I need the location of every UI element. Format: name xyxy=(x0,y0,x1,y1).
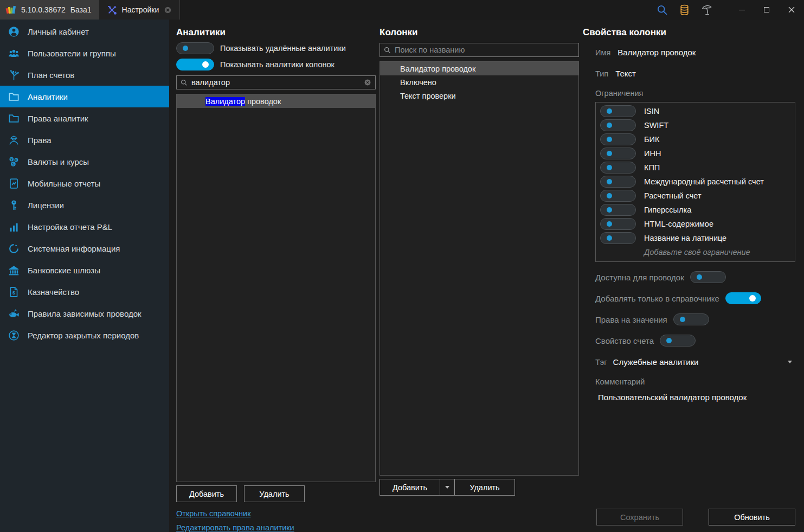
search-icon[interactable] xyxy=(657,4,668,16)
restriction-label: БИК xyxy=(644,135,659,144)
sidebar-item-label: Пользователи и группы xyxy=(28,49,116,58)
analytics-add-button[interactable]: Добавить xyxy=(176,485,237,502)
sidebar-item-pl-report[interactable]: Настройка отчета P&L xyxy=(0,216,169,238)
comment-label: Комментарий xyxy=(595,377,645,386)
sidebar-item-bank-gateways[interactable]: Банковские шлюзы xyxy=(0,259,169,281)
columns-search xyxy=(380,43,579,57)
umbrella-icon[interactable] xyxy=(701,4,713,16)
type-label: Тип xyxy=(595,69,608,78)
chevron-down-icon xyxy=(445,486,449,489)
restriction-label: Расчетный счет xyxy=(644,191,702,200)
toggle-dot xyxy=(607,123,612,128)
sidebar-item-analytics[interactable]: Аналитики xyxy=(0,86,169,107)
restriction-toggle[interactable] xyxy=(600,162,636,174)
restriction-label: КПП xyxy=(644,163,660,172)
restriction-toggle[interactable] xyxy=(600,190,636,202)
sidebar-item-closed-periods[interactable]: Редактор закрытых периодов xyxy=(0,324,169,346)
properties-panel-title: Свойства колонки xyxy=(583,27,795,38)
bank-icon xyxy=(8,265,20,276)
restriction-toggle[interactable] xyxy=(600,133,636,145)
comment-value[interactable]: Пользовательский валидатор проводок xyxy=(583,393,795,402)
sidebar-item-label: Валюты и курсы xyxy=(28,157,89,166)
close-button[interactable] xyxy=(779,0,804,20)
bar-chart-icon xyxy=(8,221,20,233)
restrictions-box: ISINSWIFTБИКИННКППМеждународный расчетны… xyxy=(595,102,795,262)
database-icon[interactable] xyxy=(679,4,690,16)
sidebar-item-personal[interactable]: Личный кабинет xyxy=(0,21,169,42)
tag-row[interactable]: Тэг Служебные аналитики xyxy=(583,357,795,367)
restriction-toggle[interactable] xyxy=(600,148,636,159)
save-button[interactable]: Сохранить xyxy=(596,509,683,525)
toggle-dot xyxy=(607,207,612,213)
add-restriction-placeholder[interactable]: Добавьте своё ограничение xyxy=(596,245,795,259)
property-switch-toggle[interactable] xyxy=(673,313,709,325)
folder-icon xyxy=(8,91,20,102)
hourglass-icon xyxy=(8,330,20,341)
property-switch-toggle[interactable] xyxy=(690,271,726,283)
titlebar: 5.10.0.38672 База1 Настройки xyxy=(0,0,804,20)
officer-icon xyxy=(8,134,20,146)
restriction-label: ИНН xyxy=(644,149,661,158)
property-switch-label: Права на значения xyxy=(595,315,667,324)
property-switch-toggle[interactable] xyxy=(660,335,696,347)
analytics-list: Валидатор проводок xyxy=(176,94,376,482)
refresh-button[interactable]: Обновить xyxy=(709,509,795,525)
tab-settings[interactable]: Настройки xyxy=(99,0,181,20)
app-version: 5.10.0.38672 xyxy=(21,5,66,14)
sidebar-item-system-info[interactable]: Системная информация xyxy=(0,238,169,259)
analytics-list-item[interactable]: Валидатор проводок xyxy=(177,94,375,108)
restriction-toggle[interactable] xyxy=(600,204,636,216)
sidebar-item-mobile-reports[interactable]: Мобильные отчеты xyxy=(0,172,169,194)
sidebar-item-rights[interactable]: Права xyxy=(0,129,169,151)
restrictions-rows: ISINSWIFTБИКИННКППМеждународный расчетны… xyxy=(596,104,795,245)
columns-delete-button[interactable]: Удалить xyxy=(454,479,515,496)
toggle-dot xyxy=(607,179,612,184)
analytics-delete-button[interactable]: Удалить xyxy=(244,485,305,502)
restriction-label: Гиперссылка xyxy=(644,206,691,214)
clear-search-icon[interactable] xyxy=(364,79,371,86)
edit-analytics-rights-link[interactable]: Редактировать права аналитики xyxy=(176,523,294,532)
show-column-analytics-toggle[interactable] xyxy=(176,59,214,70)
maximize-button[interactable] xyxy=(754,0,779,20)
sidebar-item-label: Редактор закрытых периодов xyxy=(28,331,139,340)
restriction-toggle[interactable] xyxy=(600,105,636,117)
sidebar-item-currencies[interactable]: ¥CSВалюты и курсы xyxy=(0,151,169,172)
column-properties-panel: Свойства колонки Имя Валидатор проводок … xyxy=(583,20,795,532)
restriction-toggle[interactable] xyxy=(600,232,636,244)
column-list-item[interactable]: Текст проверки xyxy=(380,89,578,102)
name-value[interactable]: Валидатор проводок xyxy=(618,48,696,57)
restriction-label: Название на латинице xyxy=(644,234,726,242)
minimize-button[interactable] xyxy=(729,0,754,20)
restriction-toggle[interactable] xyxy=(600,119,636,131)
analytics-search xyxy=(176,75,376,89)
property-switch-row: Права на значения xyxy=(583,313,795,325)
column-list-item[interactable]: Включено xyxy=(380,75,578,89)
sidebar-item-label: Права аналитик xyxy=(28,114,88,123)
sidebar-item-users-groups[interactable]: Пользователи и группы xyxy=(0,42,169,64)
users-group-icon xyxy=(8,48,20,59)
open-dictionary-link[interactable]: Открыть справочник xyxy=(176,509,251,518)
toggle-dot xyxy=(607,235,612,241)
sidebar-item-label: Аналитики xyxy=(28,92,68,101)
toggle-dot xyxy=(666,338,672,343)
analytics-search-input[interactable] xyxy=(191,78,360,87)
restriction-label: ISIN xyxy=(644,107,659,116)
sidebar-item-dependent-rules[interactable]: Правила зависимых проводок xyxy=(0,303,169,324)
app-section: 5.10.0.38672 База1 xyxy=(0,0,99,20)
toggle-dot xyxy=(680,317,685,322)
columns-search-input[interactable] xyxy=(395,46,575,54)
restriction-toggle[interactable] xyxy=(600,218,636,230)
type-value[interactable]: Текст xyxy=(615,69,636,78)
restriction-toggle[interactable] xyxy=(600,176,636,188)
sidebar-item-chart-of-accounts[interactable]: План счетов xyxy=(0,64,169,86)
sidebar-item-treasury[interactable]: $Казначейство xyxy=(0,281,169,303)
sidebar-item-analytics-rights[interactable]: Права аналитик xyxy=(0,107,169,129)
column-list-item[interactable]: Валидатор проводок xyxy=(380,62,578,75)
show-deleted-analytics-toggle[interactable] xyxy=(176,42,214,54)
property-switch-toggle[interactable] xyxy=(725,292,761,304)
property-switches: Доступна для проводокДобавлять только в … xyxy=(583,262,795,347)
sidebar-item-licenses[interactable]: Лицензии xyxy=(0,194,169,216)
columns-add-dropdown[interactable] xyxy=(440,479,454,496)
tab-close-icon[interactable] xyxy=(164,6,172,14)
columns-add-button[interactable]: Добавить xyxy=(380,479,440,496)
